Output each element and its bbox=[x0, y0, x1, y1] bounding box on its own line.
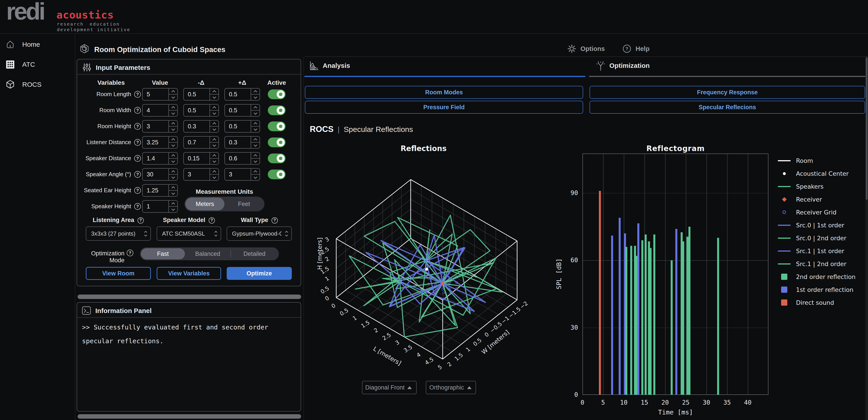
help-icon[interactable]: ? bbox=[137, 217, 144, 224]
plus-delta-spinner[interactable]: 0.5 bbox=[224, 120, 260, 133]
spinner-up-button[interactable] bbox=[169, 120, 177, 126]
spinner-value[interactable]: 3 bbox=[143, 120, 168, 132]
spinner-up-button[interactable] bbox=[251, 88, 259, 94]
spinner-value[interactable]: 0.5 bbox=[184, 88, 210, 100]
spinner-down-button[interactable] bbox=[169, 110, 177, 116]
spinner-down-button[interactable] bbox=[251, 158, 259, 164]
value-spinner[interactable]: 30 bbox=[142, 168, 178, 180]
help-icon[interactable]: ? bbox=[134, 187, 141, 194]
minus-delta-spinner[interactable]: 0.3 bbox=[183, 120, 219, 133]
plus-delta-spinner[interactable]: 0.6 bbox=[224, 152, 260, 165]
spinner-value[interactable]: 0.5 bbox=[225, 88, 251, 100]
spinner-up-button[interactable] bbox=[210, 137, 218, 142]
spinner-up-button[interactable] bbox=[210, 152, 218, 158]
help-icon[interactable]: ? bbox=[134, 91, 141, 97]
active-toggle[interactable] bbox=[268, 89, 285, 99]
spinner-up-button[interactable] bbox=[169, 169, 177, 174]
spinner-up-button[interactable] bbox=[210, 105, 218, 110]
spinner-value[interactable]: 0.3 bbox=[184, 120, 210, 132]
minus-delta-spinner[interactable]: 0.5 bbox=[183, 88, 219, 101]
panel-resize-handle[interactable] bbox=[78, 414, 301, 419]
spinner-value[interactable]: 3 bbox=[184, 169, 210, 180]
spinner-up-button[interactable] bbox=[169, 152, 177, 158]
mode-option-detailed[interactable]: Detailed bbox=[231, 248, 278, 259]
spinner-up-button[interactable] bbox=[210, 169, 218, 174]
help-icon[interactable]: ? bbox=[209, 217, 215, 224]
spinner-down-button[interactable] bbox=[210, 142, 218, 148]
spinner-up-button[interactable] bbox=[251, 105, 259, 110]
mode-option-balanced[interactable]: Balanced bbox=[185, 248, 230, 259]
spinner-value[interactable]: 4 bbox=[143, 105, 168, 116]
spinner-value[interactable]: 0.3 bbox=[225, 137, 251, 148]
view-variables-button[interactable]: View Variables bbox=[157, 267, 221, 280]
units-option-meters[interactable]: Meters bbox=[185, 198, 224, 211]
spinner-down-button[interactable] bbox=[169, 190, 177, 196]
spinner-up-button[interactable] bbox=[210, 120, 218, 126]
spinner-value[interactable]: 0.15 bbox=[184, 152, 210, 164]
spinner-value[interactable]: 1.4 bbox=[143, 152, 168, 164]
spinner-down-button[interactable] bbox=[210, 126, 218, 132]
minus-delta-spinner[interactable]: 0.5 bbox=[183, 104, 219, 117]
help-icon[interactable]: ? bbox=[134, 139, 141, 146]
minus-delta-spinner[interactable]: 0.15 bbox=[183, 152, 219, 165]
spinner-up-button[interactable] bbox=[251, 120, 259, 126]
plus-delta-spinner[interactable]: 3 bbox=[224, 168, 260, 180]
spinner-up-button[interactable] bbox=[251, 137, 259, 142]
spinner-down-button[interactable] bbox=[251, 110, 259, 116]
help-icon[interactable]: ? bbox=[134, 171, 141, 178]
listening-area-select[interactable]: 3x3x3 (27 points) bbox=[86, 226, 151, 241]
spinner-up-button[interactable] bbox=[251, 152, 259, 158]
units-option-feet[interactable]: Feet bbox=[224, 198, 264, 211]
spinner-up-button[interactable] bbox=[210, 88, 218, 94]
view-room-button[interactable]: View Room bbox=[86, 267, 151, 280]
help-button[interactable]: ? Help bbox=[622, 44, 650, 53]
minus-delta-spinner[interactable]: 0.7 bbox=[183, 136, 219, 148]
optimize-button[interactable]: Optimize bbox=[227, 267, 292, 280]
sidebar-item-home[interactable]: Home bbox=[0, 36, 75, 53]
spinner-down-button[interactable] bbox=[210, 174, 218, 180]
value-spinner[interactable]: 1 bbox=[142, 200, 178, 213]
active-toggle[interactable] bbox=[268, 138, 285, 147]
spinner-value[interactable]: 30 bbox=[143, 169, 168, 180]
spinner-up-button[interactable] bbox=[251, 169, 259, 174]
room-modes-button[interactable]: Room Modes bbox=[305, 86, 583, 99]
spinner-up-button[interactable] bbox=[169, 185, 177, 190]
spinner-value[interactable]: 0.5 bbox=[225, 120, 251, 132]
brand-logo[interactable]: redi bbox=[6, 0, 44, 25]
tab-optimization[interactable]: Optimization bbox=[595, 60, 650, 71]
spinner-up-button[interactable] bbox=[169, 105, 177, 110]
speaker-model-select[interactable]: ATC SCM50ASL bbox=[157, 226, 221, 241]
spinner-value[interactable]: 0.5 bbox=[184, 105, 210, 116]
help-icon[interactable]: ? bbox=[127, 250, 133, 256]
spinner-value[interactable]: 0.5 bbox=[225, 105, 251, 116]
value-spinner[interactable]: 1.4 bbox=[142, 152, 178, 165]
spinner-up-button[interactable] bbox=[169, 201, 177, 206]
tab-analysis[interactable]: Analysis bbox=[309, 60, 350, 71]
spinner-down-button[interactable] bbox=[251, 94, 259, 100]
projection-dropdown[interactable]: Orthographic bbox=[426, 381, 476, 394]
spinner-down-button[interactable] bbox=[251, 142, 259, 148]
spinner-down-button[interactable] bbox=[169, 206, 177, 212]
sidebar-item-atc[interactable]: ATC bbox=[0, 56, 75, 74]
scrollbar-thumb[interactable] bbox=[866, 57, 868, 200]
value-spinner[interactable]: 5 bbox=[142, 88, 178, 101]
help-icon[interactable]: ? bbox=[272, 217, 278, 224]
active-toggle[interactable] bbox=[268, 153, 285, 163]
help-icon[interactable]: ? bbox=[134, 107, 141, 114]
spinner-value[interactable]: 0.6 bbox=[225, 152, 251, 164]
plus-delta-spinner[interactable]: 0.3 bbox=[224, 136, 260, 148]
active-toggle[interactable] bbox=[268, 121, 285, 131]
specular-reflections-button[interactable]: Specular Reflecions bbox=[590, 101, 865, 114]
wall-type-select[interactable]: Gypsum-Plywood-Gypsum bbox=[227, 226, 292, 241]
spinner-down-button[interactable] bbox=[210, 158, 218, 164]
spinner-up-button[interactable] bbox=[169, 137, 177, 142]
minus-delta-spinner[interactable]: 3 bbox=[183, 168, 219, 180]
value-spinner[interactable]: 1.25 bbox=[142, 184, 178, 197]
spinner-down-button[interactable] bbox=[210, 94, 218, 100]
help-icon[interactable]: ? bbox=[134, 203, 141, 210]
active-toggle[interactable] bbox=[268, 106, 285, 115]
panel-resize-handle[interactable] bbox=[78, 295, 301, 299]
spinner-down-button[interactable] bbox=[251, 174, 259, 180]
reflections-3d-plot[interactable]: 00.511.522.533.544.5521.510.50−0.5−1−1.5… bbox=[309, 142, 562, 383]
frequency-response-button[interactable]: Frequency Response bbox=[590, 86, 865, 99]
